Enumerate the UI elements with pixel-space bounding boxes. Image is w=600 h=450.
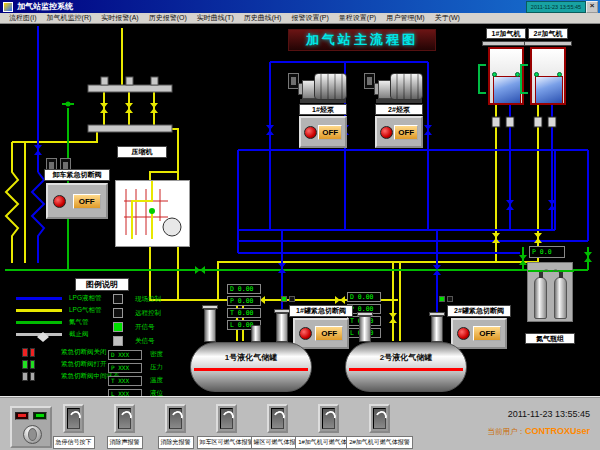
- legend-instrument-row: D XXX 密度: [108, 348, 163, 361]
- menu-item[interactable]: 量程设置(P): [334, 13, 381, 23]
- menu-item[interactable]: 实时报警(A): [96, 13, 143, 23]
- menu-item[interactable]: 实时曲线(T): [192, 13, 239, 23]
- scada-window: 加气站监控系统 2011-11-23 13:55:45 × 流程图(I)加气机监…: [0, 0, 600, 450]
- nitrogen-valve-handle: [66, 102, 71, 107]
- close-signal-icon: [447, 296, 453, 302]
- legend-label: 关信号: [135, 337, 155, 346]
- instrument-tag: T XXX: [108, 376, 142, 386]
- title-bar: 加气站监控系统 2011-11-23 13:55:45 ×: [0, 0, 600, 13]
- legend-label: 紧急切断阀关闭: [61, 348, 107, 357]
- alarm-switch: 2#加气机可燃气体报警: [354, 404, 405, 449]
- open-signal-icon: [281, 296, 287, 302]
- tank-1-valve-panel: OFF: [293, 318, 349, 349]
- current-user: 当前用户：CONTROXUser: [487, 426, 590, 437]
- tank-level-stripe: [349, 368, 463, 371]
- legend-pipes: LPG液相管 LPG气相管 氮气管 截止阀: [8, 292, 102, 340]
- toggle-switch[interactable]: [267, 404, 288, 433]
- tank-2-label: 2号液化气储罐: [346, 352, 466, 363]
- pump-1: [300, 68, 346, 104]
- compressor-label: 压缩机: [117, 146, 167, 158]
- tank-1-label: 1号液化气储罐: [191, 352, 311, 363]
- pipe-sample: [16, 309, 62, 312]
- switch-label: 消除光报警: [158, 436, 194, 449]
- pump-1-panel: OFF: [299, 116, 347, 148]
- legend-valve-state-row: 紧急切断阀打开: [8, 358, 120, 370]
- legend-instrument-row: T XXX 温度: [108, 374, 163, 387]
- titlebar-datetime: 2011-11-23 13:55:45: [526, 1, 586, 13]
- legend-label: LPG气相管: [69, 306, 102, 315]
- app-icon: [3, 2, 13, 12]
- legend-valve-states: 紧急切断阀关闭 紧急切断阀打开 紧急切断阀中间状态: [8, 346, 120, 382]
- tank-1-nozzle: [251, 325, 261, 342]
- red-led-display: [15, 412, 29, 420]
- compressor-schematic: [116, 181, 189, 246]
- dispenser-2-canopy: [524, 41, 572, 46]
- valve-state-icon: [22, 348, 35, 357]
- toggle-switch[interactable]: [114, 404, 135, 433]
- gas-detector-icon: [520, 64, 526, 94]
- legend-label: 远程控制: [135, 309, 161, 318]
- legend-label: 压力: [150, 363, 163, 372]
- dispenser-2-body: [530, 47, 566, 105]
- alarm-switch: 消除声报警: [99, 404, 150, 449]
- alarm-switch: 卸车区可燃气体报警: [201, 404, 252, 449]
- valve-closed-lamp: [299, 327, 312, 340]
- legend-label: 紧急切断阀打开: [61, 360, 107, 369]
- tank-1-nozzle: [204, 309, 216, 342]
- pump-1-off-button[interactable]: OFF: [318, 125, 342, 140]
- dispenser-1-panel: [493, 76, 521, 104]
- unload-valve-label: 卸车紧急切断阀: [44, 169, 110, 181]
- valve-state-icon: [22, 372, 35, 381]
- legend-signal-row: 现场控制: [113, 292, 161, 306]
- legend-label: 密度: [150, 350, 163, 359]
- menu-item[interactable]: 流程图(I): [4, 13, 42, 23]
- toggle-switch[interactable]: [63, 404, 84, 433]
- gas-detector-icon: [478, 64, 484, 94]
- legend-instrument-row: P XXX 压力: [108, 361, 163, 374]
- pump-1-label: 1#烃泵: [299, 104, 347, 115]
- green-led-display: [33, 412, 47, 420]
- instrument-readout: D 0.00: [347, 292, 381, 302]
- menu-item[interactable]: 加气机监控(R): [42, 13, 97, 23]
- tank-2-nozzle: [431, 316, 443, 342]
- menu-item[interactable]: 关于(W): [430, 13, 465, 23]
- legend-signal-row: 关信号: [113, 334, 161, 348]
- toggle-switch[interactable]: [216, 404, 237, 433]
- dispenser-1-label: 1#加气机: [486, 28, 526, 39]
- current-user-name: CONTROXUser: [525, 426, 590, 436]
- legend-pipe-row: 截止阀: [8, 328, 102, 340]
- window-title: 加气站监控系统: [17, 1, 73, 12]
- reset-knob[interactable]: [23, 425, 42, 444]
- unload-valve-off-button[interactable]: OFF: [73, 194, 101, 209]
- valve-closed-lamp: [53, 195, 66, 208]
- menu-bar: 流程图(I)加气机监控(R)实时报警(A)历史报警(O)实时曲线(T)历史曲线(…: [0, 13, 600, 24]
- legend-label: LPG液相管: [69, 294, 102, 303]
- signal-box-icon: [113, 294, 123, 304]
- legend-label: 氮气管: [69, 318, 89, 327]
- legend-title: 图例说明: [75, 278, 129, 291]
- signal-box-icon: [113, 322, 123, 332]
- legend-pipe-row: LPG液相管: [8, 292, 102, 304]
- toggle-switch[interactable]: [165, 404, 186, 433]
- close-button[interactable]: ×: [586, 1, 598, 13]
- pipe-sample: [16, 321, 62, 324]
- tank-2: 2号液化气储罐: [345, 342, 467, 392]
- legend-label: 现场控制: [135, 295, 161, 304]
- legend-signal-row: 远程控制: [113, 306, 161, 320]
- toggle-switch[interactable]: [369, 404, 390, 433]
- menu-item[interactable]: 历史曲线(H): [239, 13, 287, 23]
- tank-2-valve-label: 2#罐紧急切断阀: [447, 305, 511, 317]
- pump-2-off-button[interactable]: OFF: [394, 125, 418, 140]
- pump-2-panel: OFF: [375, 116, 423, 148]
- toggle-switch[interactable]: [318, 404, 339, 433]
- menu-item[interactable]: 报警设置(P): [286, 13, 333, 23]
- menu-item[interactable]: 用户管理(M): [381, 13, 430, 23]
- dispenser-1-body: [488, 47, 524, 105]
- legend-valve-state-row: 紧急切断阀中间状态: [8, 370, 120, 382]
- tank-1-valve-off-button[interactable]: OFF: [315, 326, 343, 341]
- alarm-switch: 消除光报警: [150, 404, 201, 449]
- tank-2-valve-off-button[interactable]: OFF: [473, 326, 501, 341]
- menu-item[interactable]: 历史报警(O): [144, 13, 192, 23]
- instrument-readout: P 0.00: [227, 296, 261, 306]
- pump-1-stopped-lamp: [304, 126, 317, 139]
